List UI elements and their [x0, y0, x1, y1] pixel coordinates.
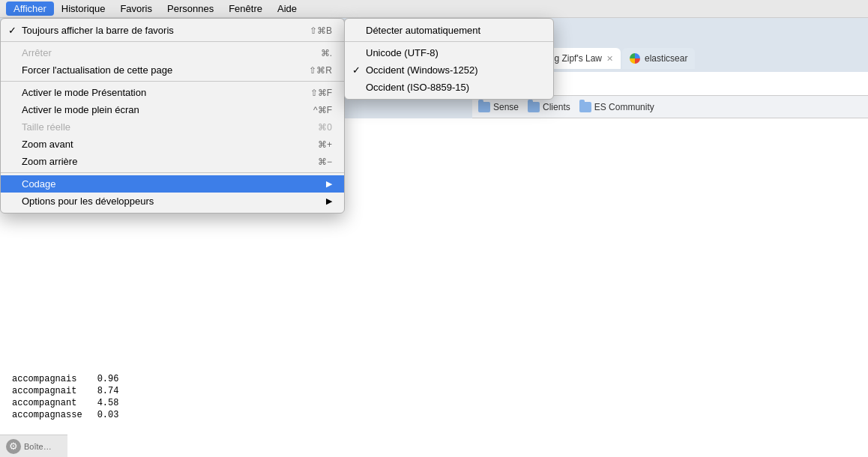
word-cell: accompagnait [9, 385, 94, 397]
bookmark-es-community-label: ES Community [594, 102, 654, 112]
menu-toujours-afficher-label: Toujours afficher la barre de favoris [22, 25, 174, 36]
menu-aide[interactable]: Aide [270, 1, 304, 16]
value-cell: 8.74 [94, 385, 131, 397]
codage-submenu: Détecter automatiquement Unicode (UTF-8)… [344, 18, 554, 100]
content-text: accompagnais 0.96 accompagnait 8.74 acco… [0, 367, 868, 457]
bottom-bar: ⚙ Boîte… [0, 435, 67, 457]
gear-icon[interactable]: ⚙ [6, 439, 21, 454]
submenu-detecter-auto[interactable]: Détecter automatiquement [345, 22, 553, 39]
afficher-dropdown: Toujours afficher la barre de favoris ⇧⌘… [0, 18, 345, 214]
menu-arreter-shortcut: ⌘. [321, 48, 332, 58]
submenu-separator-1 [345, 41, 553, 42]
table-row: accompagnant 4.58 [9, 397, 130, 409]
submenu-occident-windows-label: Occident (Windows-1252) [366, 64, 478, 76]
bookmark-clients-label: Clients [543, 102, 570, 112]
menu-historique[interactable]: Historique [54, 1, 113, 16]
menu-favoris[interactable]: Favoris [112, 1, 160, 16]
menu-toujours-afficher[interactable]: Toujours afficher la barre de favoris ⇧⌘… [1, 22, 344, 39]
menu-taille-reelle: Taille réelle ⌘0 [1, 118, 344, 136]
separator-1 [1, 41, 344, 42]
submenu-occident-iso[interactable]: Occident (ISO-8859-15) [345, 79, 553, 96]
menu-personnes[interactable]: Personnes [160, 1, 221, 16]
menu-activer-presentation[interactable]: Activer le mode Présentation ⇧⌘F [1, 84, 344, 101]
bookmark-sense-label: Sense [493, 102, 519, 112]
menu-zoom-avant[interactable]: Zoom avant ⌘+ [1, 136, 344, 153]
word-cell: accompagnais [9, 373, 94, 385]
submenu-unicode-label: Unicode (UTF-8) [366, 47, 438, 58]
menu-zoom-arriere-shortcut: ⌘− [318, 157, 332, 167]
bookmark-es-community[interactable]: ES Community [579, 102, 654, 112]
value-cell: 0.03 [94, 409, 131, 421]
table-row: accompagnais 0.96 [9, 373, 130, 385]
value-cell: 4.58 [94, 397, 131, 409]
word-cell: accompagnant [9, 397, 94, 409]
separator-2 [1, 81, 344, 82]
word-table: accompagnais 0.96 accompagnait 8.74 acco… [9, 373, 130, 421]
menu-activer-plein-ecran[interactable]: Activer le mode plein écran ^⌘F [1, 101, 344, 118]
menu-plein-ecran-shortcut: ^⌘F [313, 105, 332, 115]
menu-codage-label: Codage [22, 178, 56, 190]
menu-options-label: Options pour les développeurs [22, 196, 154, 207]
folder-icon-es-community [579, 102, 591, 112]
folder-icon-sense [478, 102, 490, 112]
bookmark-sense[interactable]: Sense [478, 102, 519, 112]
menu-zoom-arriere[interactable]: Zoom arrière ⌘− [1, 153, 344, 170]
menu-forcer-shortcut: ⇧⌘R [309, 65, 332, 76]
bookmark-clients[interactable]: Clients [528, 102, 570, 112]
menu-zoom-arriere-label: Zoom arrière [22, 156, 77, 167]
table-row: accompagnasse 0.03 [9, 409, 130, 421]
menu-fenetre[interactable]: Fenêtre [221, 1, 270, 16]
menubar: Afficher Historique Favoris Personnes Fe… [0, 0, 868, 18]
menu-arreter: Arrêter ⌘. [1, 44, 344, 61]
submenu-detecter-label: Détecter automatiquement [366, 25, 480, 36]
tab-favicon-elastic [630, 53, 640, 64]
submenu-arrow-codage: ▶ [326, 179, 332, 189]
menu-presentation-label: Activer le mode Présentation [22, 87, 146, 98]
table-row: accompagnait 8.74 [9, 385, 130, 397]
submenu-occident-windows[interactable]: Occident (Windows-1252) [345, 61, 553, 79]
menu-options-developpeurs[interactable]: Options pour les développeurs ▶ [1, 193, 344, 210]
tab-elastic-label: elasticsear [645, 53, 687, 64]
menu-forcer-actualisation[interactable]: Forcer l'actualisation de cette page ⇧⌘R [1, 61, 344, 79]
folder-icon-clients [528, 102, 540, 112]
menu-zoom-avant-label: Zoom avant [22, 139, 73, 150]
menu-taille-shortcut: ⌘0 [318, 122, 332, 133]
submenu-arrow-options: ▶ [326, 196, 332, 206]
menu-arreter-label: Arrêter [22, 47, 52, 58]
bottom-bar-label: Boîte… [24, 442, 52, 451]
menu-afficher[interactable]: Afficher [6, 1, 54, 16]
menu-codage[interactable]: Codage ▶ [1, 175, 344, 193]
menu-plein-ecran-label: Activer le mode plein écran [22, 104, 139, 115]
word-cell: accompagnasse [9, 409, 94, 421]
menu-presentation-shortcut: ⇧⌘F [310, 88, 332, 98]
separator-3 [1, 172, 344, 173]
submenu-occident-iso-label: Occident (ISO-8859-15) [366, 82, 469, 93]
menu-toujours-afficher-shortcut: ⇧⌘B [310, 25, 332, 36]
tab-elastic[interactable]: elasticsear [622, 48, 695, 69]
menu-forcer-label: Forcer l'actualisation de cette page [22, 64, 172, 76]
value-cell: 0.96 [94, 373, 131, 385]
submenu-unicode-utf8[interactable]: Unicode (UTF-8) [345, 44, 553, 61]
tab-close-zipf[interactable]: ✕ [606, 54, 613, 64]
menu-taille-label: Taille réelle [22, 121, 70, 133]
menu-zoom-avant-shortcut: ⌘+ [318, 139, 332, 150]
